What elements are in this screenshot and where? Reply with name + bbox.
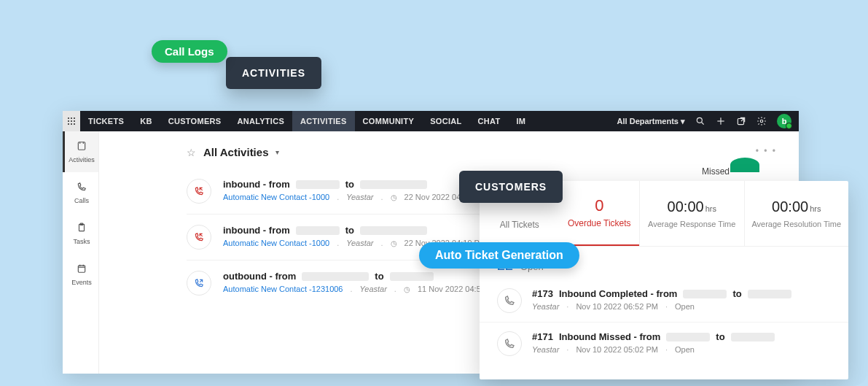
phone-icon	[497, 331, 522, 356]
nav-item-social[interactable]: SOCIAL	[422, 111, 469, 131]
ticket-id: #171	[532, 331, 553, 342]
svg-rect-8	[74, 123, 75, 125]
rail-calls-label: Calls	[74, 197, 89, 204]
apps-launcher-icon[interactable]	[63, 111, 80, 131]
svg-line-10	[702, 123, 704, 125]
nav-item-activities[interactable]: ACTIVITIES	[292, 111, 355, 131]
nav-item-customers[interactable]: CUSTOMERS	[160, 111, 230, 131]
rail-activities[interactable]: Activities	[63, 131, 98, 172]
inbound-call-icon	[187, 225, 211, 250]
resolution-label: Average Resolution Time	[751, 220, 841, 228]
redacted-to	[748, 290, 791, 298]
ticket-status: Open	[675, 302, 695, 311]
plus-icon[interactable]	[716, 116, 726, 126]
ticket-source: Yeastar	[532, 302, 559, 311]
tab-all-label: All Tickets	[500, 220, 539, 230]
ticket-body: #173 Inbound Completed - from to Yeastar…	[532, 288, 831, 311]
svg-rect-3	[68, 120, 69, 122]
clock-icon: ◷	[391, 239, 397, 247]
page-title: All Activities	[203, 146, 268, 158]
chevron-down-icon[interactable]: ▾	[275, 148, 279, 156]
ticket-title: Inbound Completed - from	[559, 288, 677, 299]
redacted-to	[360, 180, 427, 189]
ticket-status: Open	[675, 345, 695, 354]
activity-to-label: to	[345, 225, 354, 236]
clock-icon: ◷	[404, 285, 410, 293]
redacted-from	[302, 272, 369, 281]
ticket-time: Nov 10 2022 06:52 PM	[576, 302, 658, 311]
svg-rect-1	[71, 117, 72, 119]
redacted-to	[390, 272, 434, 281]
activity-to-label: to	[375, 271, 383, 282]
more-menu-icon[interactable]: • • •	[756, 146, 777, 156]
left-rail: Activities Calls Tasks Events	[63, 131, 99, 374]
search-icon[interactable]	[695, 116, 705, 126]
response-unit: hrs	[705, 204, 716, 213]
metric-response: 00:00hrs Average Response Time	[640, 181, 745, 246]
activity-contact-link[interactable]: Automatic New Contact -1000	[223, 193, 329, 201]
resolution-value: 00:00	[772, 198, 808, 215]
phone-icon	[77, 182, 87, 194]
customers-panel: 0 All Tickets 0 Overdue Tickets 00:00hrs…	[480, 181, 848, 379]
redacted-from	[296, 180, 340, 189]
ticket-to-label: to	[716, 331, 724, 342]
ticket-row[interactable]: #171 Inbound Missed - from to Yeastar · …	[480, 322, 848, 365]
redacted-from	[296, 226, 340, 235]
clipboard-icon	[77, 223, 87, 235]
ticket-row[interactable]: #173 Inbound Completed - from to Yeastar…	[480, 279, 848, 322]
activity-from-label: inbound - from	[223, 179, 290, 190]
svg-rect-18	[78, 265, 85, 271]
svg-rect-7	[71, 123, 72, 125]
nav-item-analytics[interactable]: ANALYTICS	[229, 111, 292, 131]
rail-events[interactable]: Events	[63, 254, 98, 295]
activity-contact-link[interactable]: Automatic New Contact -1000	[223, 239, 329, 247]
svg-rect-6	[68, 123, 69, 125]
nav-item-tickets[interactable]: TICKETS	[80, 111, 132, 131]
activities-icon	[77, 141, 87, 153]
svg-rect-4	[71, 120, 72, 122]
rail-tasks-label: Tasks	[73, 238, 90, 245]
nav-item-kb[interactable]: KB	[132, 111, 160, 131]
panel-metrics: 00:00hrs Average Response Time 00:00hrs …	[640, 181, 848, 246]
nav-item-im[interactable]: IM	[508, 111, 533, 131]
ticket-time: Nov 10 2022 05:02 PM	[576, 345, 658, 354]
svg-point-14	[760, 120, 763, 123]
svg-rect-0	[68, 117, 69, 119]
nav-item-community[interactable]: COMMUNITY	[355, 111, 423, 131]
profile-avatar	[730, 158, 759, 172]
activity-source: Yeastar	[360, 285, 387, 293]
activity-from-label: outbound - from	[223, 271, 296, 282]
calendar-icon	[77, 263, 87, 276]
rail-tasks[interactable]: Tasks	[63, 213, 98, 254]
nav-item-chat[interactable]: CHAT	[470, 111, 509, 131]
response-value: 00:00	[668, 198, 704, 215]
rail-calls[interactable]: Calls	[63, 172, 98, 213]
rail-events-label: Events	[71, 279, 92, 286]
ticket-source: Yeastar	[532, 345, 559, 354]
external-link-icon[interactable]	[736, 116, 746, 126]
redacted-to	[731, 333, 775, 341]
metric-resolution: 00:00hrs Average Resolution Time	[745, 181, 849, 246]
svg-rect-15	[78, 142, 85, 150]
tab-overdue-tickets[interactable]: 0 Overdue Tickets	[560, 181, 640, 246]
departments-label: All Departments	[617, 117, 679, 126]
star-icon[interactable]: ☆	[187, 147, 196, 158]
chevron-down-icon: ▾	[681, 117, 685, 126]
top-nav: TICKETS KB CUSTOMERS ANALYTICS ACTIVITIE…	[63, 111, 799, 131]
activity-source: Yeastar	[346, 239, 373, 247]
canvas: TICKETS KB CUSTOMERS ANALYTICS ACTIVITIE…	[0, 0, 868, 386]
svg-rect-2	[74, 117, 75, 119]
activity-contact-link[interactable]: Automatic New Contact -1231006	[223, 285, 343, 293]
ticket-id: #173	[532, 288, 553, 299]
inbound-call-icon	[187, 179, 211, 204]
resolution-unit: hrs	[810, 204, 821, 213]
gear-icon[interactable]	[756, 116, 767, 126]
phone-icon	[497, 288, 522, 313]
departments-dropdown[interactable]: All Departments ▾	[617, 117, 685, 126]
activity-to-label: to	[345, 179, 354, 190]
overdue-count: 0	[595, 196, 603, 215]
heading-row: ☆ All Activities ▾	[187, 146, 777, 158]
avatar[interactable]: b	[777, 114, 791, 128]
ticket-body: #171 Inbound Missed - from to Yeastar · …	[532, 331, 831, 354]
activity-source: Yeastar	[346, 193, 373, 201]
